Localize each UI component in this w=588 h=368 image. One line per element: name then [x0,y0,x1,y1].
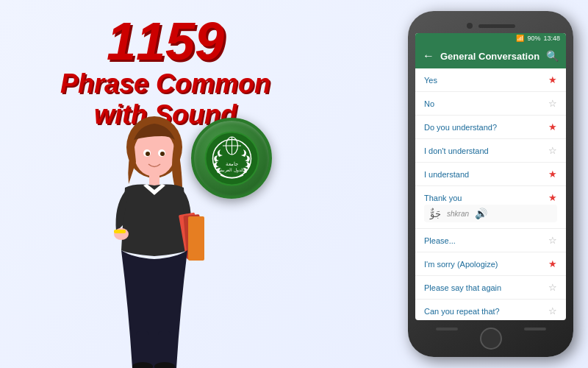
phrase-text: Can you repeat that? [424,307,500,316]
battery-indicator: 90% [527,35,540,42]
girl-svg [74,103,235,368]
app-header: ← General Conversation 🔍 [415,43,566,68]
svg-point-20 [146,152,150,156]
list-item[interactable]: Can you repeat that? ☆ [415,300,566,317]
girl-figure [74,103,235,368]
phrase-item-top: Thank you ★ [424,192,557,203]
phone-recent-btn[interactable] [524,328,546,330]
svg-rect-22 [114,230,126,233]
left-section: 1159 Phrase Common with Sound [0,0,331,368]
phrase-text: Thank you [424,194,462,202]
time-display: 13:48 [543,35,560,42]
phone-outer-shell: 📶 90% 13:48 ← General Conversation 🔍 Yes… [408,11,573,357]
app-title-line1: Phrase Common [0,68,331,99]
list-item[interactable]: I don't understand ☆ [415,139,566,163]
phone-mockup: 📶 90% 13:48 ← General Conversation 🔍 Yes… [408,11,573,357]
phone-screen: 📶 90% 13:48 ← General Conversation 🔍 Yes… [415,33,566,320]
phone-home-btn[interactable] [480,328,502,350]
app-number: 1159 [0,15,331,68]
phone-camera [467,23,473,29]
list-item[interactable]: I understand ★ [415,163,566,186]
star-icon[interactable]: ☆ [548,235,557,246]
phrase-text: Do you understand? [424,123,497,132]
star-icon[interactable]: ☆ [548,98,557,109]
status-bar: 📶 90% 13:48 [415,33,566,43]
search-button[interactable]: 🔍 [546,50,559,62]
list-item[interactable]: Yes ★ [415,68,566,92]
phrase-text: Please say that again [424,283,501,292]
transliteration-text: shkran [447,210,469,218]
header-title: General Conversation [440,51,540,62]
phrase-list: Yes ★ No ☆ Do you understand? ★ I don't … [415,68,566,317]
star-icon[interactable]: ★ [548,169,557,180]
phrase-text: I'm sorry (Apologize) [424,260,498,269]
star-icon[interactable]: ☆ [548,145,557,156]
phone-top-bar [415,20,566,33]
list-item[interactable]: I'm sorry (Apologize) ★ [415,252,566,276]
phrase-text: I understand [424,170,469,179]
phrase-text: Please... [424,236,456,245]
list-item[interactable]: Please... ☆ [415,229,566,252]
star-icon[interactable]: ★ [548,74,557,85]
sound-button[interactable]: 🔊 [475,208,487,219]
arabic-text: جَوٌّ [430,208,441,219]
star-icon[interactable]: ★ [548,258,557,269]
list-item[interactable]: Please say that again ☆ [415,276,566,300]
phrase-text: Yes [424,76,437,85]
phrase-text: No [424,99,434,108]
phone-speaker [478,24,515,28]
list-item[interactable]: No ☆ [415,92,566,116]
signal-icon: 📶 [516,35,524,42]
star-icon[interactable]: ☆ [548,282,557,293]
back-button[interactable]: ← [423,49,434,63]
svg-rect-13 [188,216,204,261]
svg-point-21 [160,152,165,156]
star-icon[interactable]: ☆ [548,305,557,316]
list-item-expanded[interactable]: Thank you ★ جَوٌّ shkran 🔊 [415,186,566,229]
phone-back-btn[interactable] [436,328,458,330]
star-icon[interactable]: ★ [548,192,557,203]
phrase-expansion: جَوٌّ shkran 🔊 [424,205,557,222]
phone-bottom-bar [415,320,566,353]
phrase-text: I don't understand [424,146,489,155]
list-item[interactable]: Do you understand? ★ [415,116,566,139]
star-icon[interactable]: ★ [548,121,557,132]
